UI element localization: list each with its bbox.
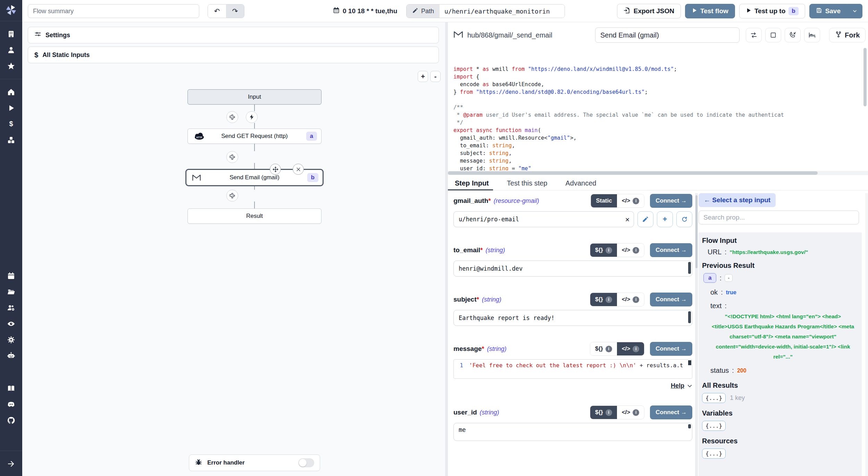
flow-input-url-row[interactable]: URL : "https://earthquake.usgs.gov/" [708, 248, 858, 256]
all-static-inputs-button[interactable]: $ All Static Inputs [28, 47, 439, 63]
folders-icon[interactable] [7, 287, 16, 296]
message-expression-editor[interactable]: 1 'Feel free to check out the latest rep… [453, 359, 692, 379]
info-icon[interactable]: i [606, 296, 612, 303]
move-step-handle[interactable] [270, 164, 281, 175]
info-icon[interactable]: i [606, 346, 612, 352]
add-trigger-bolt-button[interactable] [246, 111, 258, 123]
select-step-input-chip[interactable]: ← Select a step input [699, 193, 776, 207]
prop-picker-scrollbar[interactable] [865, 193, 868, 476]
info-icon[interactable]: i [633, 247, 639, 254]
test-up-to-button[interactable]: Test up to b [739, 4, 805, 18]
test-flow-button[interactable]: Test flow [685, 4, 735, 18]
code-vertical-scrollbar[interactable] [863, 48, 867, 106]
resources-cubes-icon[interactable] [7, 136, 16, 145]
ok-row[interactable]: ok : true [710, 288, 858, 296]
tab-advanced[interactable]: Advanced [564, 177, 598, 190]
gmail-auth-resource-input[interactable]: u/henri/pro-email ✕ [453, 211, 634, 227]
save-button[interactable]: Save [809, 4, 847, 18]
workers-robot-icon[interactable] [7, 351, 16, 360]
info-icon[interactable]: i [633, 296, 639, 303]
windmill-logo-icon[interactable] [5, 4, 17, 16]
docs-book-icon[interactable] [7, 384, 16, 393]
expand-sidebar-arrow-icon[interactable] [7, 459, 16, 468]
subject-input[interactable]: Earthquake report is ready! [453, 310, 692, 326]
connect-button[interactable]: Connect → [650, 243, 692, 257]
box-icon-button[interactable] [765, 28, 781, 42]
flow-node-http[interactable]: HTTP Send GET Request (http) a [187, 129, 322, 144]
fork-button[interactable]: Fork [829, 28, 866, 42]
info-icon[interactable]: i [606, 247, 612, 254]
flow-node-result[interactable]: Result [187, 208, 322, 224]
form-scrollbar[interactable] [695, 193, 698, 476]
schedule-display[interactable]: 0 10 18 * * tue,thu [333, 0, 397, 22]
add-step-button[interactable] [226, 151, 238, 163]
mode-javascript[interactable]: </>i [617, 244, 644, 257]
tab-test-this-step[interactable]: Test this step [506, 177, 549, 190]
error-handler-node[interactable]: Error handler [189, 454, 320, 471]
collapse-button[interactable]: - [725, 274, 733, 282]
step-summary-input[interactable] [595, 27, 740, 43]
discord-icon[interactable] [7, 400, 16, 409]
status-value[interactable]: 200 [737, 368, 746, 374]
home-icon[interactable] [7, 88, 16, 97]
user-icon[interactable] [7, 46, 16, 55]
export-json-button[interactable]: Export JSON [617, 4, 681, 18]
swap-code-icon-button[interactable] [746, 28, 762, 42]
connect-button[interactable]: Connect → [650, 293, 692, 306]
mode-javascript[interactable]: </>i [617, 342, 644, 355]
info-icon[interactable]: i [633, 346, 639, 352]
zoom-in-button[interactable]: + [418, 71, 428, 82]
schedules-calendar-icon[interactable] [7, 271, 16, 280]
variables-dollar-icon[interactable]: $ [7, 120, 16, 129]
text-row[interactable]: text : [710, 302, 858, 310]
mode-template[interactable]: ${}i [590, 244, 617, 257]
text-value[interactable]: "<!DOCTYPE html> <html lang="en"> <head>… [710, 311, 856, 362]
add-step-button[interactable] [226, 190, 238, 202]
url-value[interactable]: "https://earthquake.usgs.gov/" [730, 249, 808, 255]
code-horizontal-scrollbar[interactable] [448, 171, 868, 175]
refresh-resource-button[interactable] [676, 211, 692, 227]
settings-gear-icon[interactable] [7, 335, 16, 344]
sleep-bed-icon-button[interactable] [804, 28, 820, 42]
user-id-input[interactable]: me [453, 423, 692, 441]
to-email-input[interactable]: henri@windmill.dev [453, 261, 692, 277]
save-dropdown-button[interactable] [847, 4, 862, 18]
add-step-button[interactable] [226, 111, 238, 123]
error-handler-toggle[interactable] [298, 458, 314, 467]
mode-template[interactable]: ${}i [590, 293, 617, 306]
undo-button[interactable]: ↶ [208, 5, 226, 18]
redo-button[interactable]: ↷ [226, 5, 244, 18]
mode-javascript[interactable]: </>i [617, 194, 644, 207]
delete-step-button[interactable] [293, 164, 304, 175]
mode-javascript[interactable]: </>i [617, 406, 644, 419]
flow-summary-input[interactable] [28, 4, 199, 18]
variables-object-chip[interactable]: {...} [702, 421, 726, 431]
groups-users-icon[interactable] [7, 303, 16, 312]
status-row[interactable]: status : 200 [710, 367, 858, 375]
info-icon[interactable]: i [633, 198, 639, 204]
mode-javascript[interactable]: </>i [617, 293, 644, 306]
clear-x-icon[interactable]: ✕ [625, 215, 629, 223]
connect-button[interactable]: Connect → [650, 342, 692, 356]
pane-resize-handle[interactable] [445, 22, 448, 476]
search-prop-input[interactable] [699, 211, 859, 224]
phone-incoming-icon-button[interactable] [785, 28, 801, 42]
all-results-object-chip[interactable]: {...} [702, 393, 726, 403]
tab-step-input[interactable]: Step Input [453, 177, 490, 190]
flow-node-input[interactable]: Input [187, 89, 322, 105]
mode-static[interactable]: Static [591, 194, 617, 207]
runs-play-icon[interactable] [7, 104, 16, 113]
github-icon[interactable] [7, 416, 16, 425]
flow-settings-button[interactable]: Settings [28, 27, 439, 43]
favorites-star-icon[interactable] [7, 61, 16, 71]
code-editor[interactable]: import * as wmill from "https://deno.lan… [448, 47, 868, 170]
step-a-badge[interactable]: a [703, 273, 716, 283]
path-chip[interactable]: Path u/henri/earthquake_monitorin [406, 4, 565, 18]
mode-template[interactable]: ${}i [590, 406, 617, 419]
edit-resource-pencil-button[interactable] [637, 211, 653, 227]
mode-template[interactable]: ${}i [590, 342, 617, 355]
audit-eye-icon[interactable] [7, 319, 16, 328]
info-icon[interactable]: i [606, 409, 612, 416]
info-icon[interactable]: i [633, 409, 639, 416]
connect-button[interactable]: Connect → [650, 405, 692, 419]
